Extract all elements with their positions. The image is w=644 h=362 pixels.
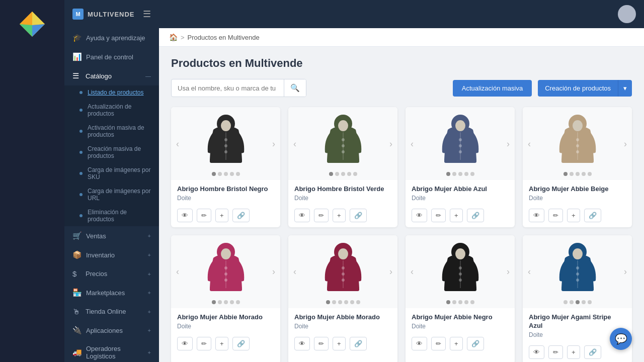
actualizacion-masiva-button[interactable]: Actualización masiva xyxy=(453,80,532,97)
product-info: Abrigo Mujer Abbie Beige Doite xyxy=(523,180,632,209)
view-button[interactable]: 👁 xyxy=(177,209,193,222)
sidebar-item-tienda[interactable]: 🖱 Tienda Online + xyxy=(64,302,159,321)
link-button[interactable]: 🔗 xyxy=(584,345,601,359)
link-button[interactable]: 🔗 xyxy=(232,337,250,350)
sidebar-item-listado[interactable]: Listado de productos xyxy=(64,85,159,100)
product-actions: 👁 ✏ + 🔗 xyxy=(171,209,280,227)
product-card: ‹ › Abrigo Mujer Abbie Azul Doite 👁 ✏ xyxy=(406,107,515,227)
sidebar-item-carga-sku[interactable]: Carga de imágenes por SKU xyxy=(64,163,159,184)
sidebar-item-marketplaces[interactable]: 🏪 Marketplaces + xyxy=(64,283,159,302)
carousel-prev-button[interactable]: ‹ xyxy=(525,264,534,279)
sidebar-item-aplicaciones[interactable]: 🔌 Aplicaciones + xyxy=(64,321,159,340)
sidebar-item-inventario[interactable]: 📦 Inventario + xyxy=(64,245,159,264)
carousel-dot xyxy=(464,300,468,304)
view-button[interactable]: 👁 xyxy=(412,209,427,222)
product-card: ‹ › Abrigo Mujer Abbie Negro Doite 👁 ✏ xyxy=(406,235,515,362)
carousel-prev-button[interactable]: ‹ xyxy=(173,264,182,279)
carousel-next-button[interactable]: › xyxy=(269,264,278,279)
product-actions: 👁 ✏ + 🔗 xyxy=(288,209,397,227)
carousel-next-button[interactable]: › xyxy=(621,264,630,279)
product-carousel: ‹ › xyxy=(288,235,397,308)
link-button[interactable]: 🔗 xyxy=(350,337,367,350)
edit-button[interactable]: ✏ xyxy=(314,337,329,350)
carousel-prev-button[interactable]: ‹ xyxy=(173,136,182,151)
carousel-prev-button[interactable]: ‹ xyxy=(408,264,417,279)
link-button[interactable]: 🔗 xyxy=(584,209,601,222)
edit-button[interactable]: ✏ xyxy=(197,337,211,350)
chat-button[interactable]: 💬 xyxy=(610,328,632,350)
product-image xyxy=(438,241,483,302)
carousel-next-button[interactable]: › xyxy=(504,136,513,151)
view-button[interactable]: 👁 xyxy=(412,337,427,350)
view-button[interactable]: 👁 xyxy=(529,345,544,359)
sidebar-item-actualizacion[interactable]: Actualización de productos xyxy=(64,100,159,121)
edit-button[interactable]: ✏ xyxy=(314,209,329,222)
add-button[interactable]: + xyxy=(333,337,346,350)
link-button[interactable]: 🔗 xyxy=(467,209,484,222)
product-actions: 👁 ✏ + 🔗 xyxy=(288,337,397,355)
inventario-icon: 📦 xyxy=(72,250,82,259)
edit-button[interactable]: ✏ xyxy=(431,209,446,222)
product-name: Abrigo Hombre Bristol Verde xyxy=(294,185,391,194)
carousel-prev-button[interactable]: ‹ xyxy=(290,136,299,151)
add-button[interactable]: + xyxy=(567,345,580,359)
carousel-prev-button[interactable]: ‹ xyxy=(525,136,534,151)
add-button[interactable]: + xyxy=(215,209,228,222)
carousel-next-button[interactable]: › xyxy=(386,264,395,279)
carousel-next-button[interactable]: › xyxy=(504,264,513,279)
view-button[interactable]: 👁 xyxy=(177,337,193,350)
submenu-label: Eliminación de productos xyxy=(88,209,151,223)
view-button[interactable]: 👁 xyxy=(294,337,310,350)
carousel-dot xyxy=(446,300,450,304)
product-info: Abrigo Mujer Abbie Azul Doite xyxy=(406,180,515,209)
add-button[interactable]: + xyxy=(333,209,346,222)
page-content: Productos en Multivende 🔍 Actualización … xyxy=(159,47,644,362)
sidebar-item-carga-url[interactable]: Carga de imágenes por URL xyxy=(64,184,159,205)
view-button[interactable]: 👁 xyxy=(294,209,310,222)
edit-button[interactable]: ✏ xyxy=(548,209,563,222)
add-button[interactable]: + xyxy=(450,337,463,350)
carousel-next-button[interactable]: › xyxy=(386,136,395,151)
avatar[interactable] xyxy=(618,5,636,23)
creacion-productos-button[interactable]: Creación de productos xyxy=(538,80,618,97)
plus-icon: + xyxy=(148,271,151,277)
product-carousel: ‹ › xyxy=(171,235,280,308)
sidebar-item-activacion[interactable]: Activación masiva de productos xyxy=(64,121,159,142)
creacion-productos-caret-button[interactable]: ▾ xyxy=(618,80,632,97)
link-button[interactable]: 🔗 xyxy=(350,209,367,222)
hamburger-icon[interactable]: ☰ xyxy=(143,9,151,20)
sidebar-item-catalogo[interactable]: ☰ Catálogo — xyxy=(64,66,159,85)
sidebar-item-ventas[interactable]: 🛒 Ventas + xyxy=(64,226,159,245)
edit-button[interactable]: ✏ xyxy=(431,337,446,350)
sidebar-item-precios[interactable]: $ Precios + xyxy=(64,264,159,283)
sidebar-item-creacion-masiva[interactable]: Creación masiva de productos xyxy=(64,142,159,163)
search-button[interactable]: 🔍 xyxy=(284,79,306,97)
home-icon[interactable]: 🏠 xyxy=(169,33,178,41)
breadcrumb-current: Productos en Multivende xyxy=(188,34,260,41)
add-button[interactable]: + xyxy=(215,337,228,350)
view-button[interactable]: 👁 xyxy=(529,209,544,222)
sidebar-item-ayuda[interactable]: 🎓 Ayuda y aprendizaje xyxy=(64,28,159,47)
add-button[interactable]: + xyxy=(450,209,463,222)
carousel-prev-button[interactable]: ‹ xyxy=(408,136,417,151)
edit-button[interactable]: ✏ xyxy=(197,209,211,222)
dot-icon xyxy=(79,214,83,217)
edit-button[interactable]: ✏ xyxy=(548,345,563,359)
app-logo-icon xyxy=(17,9,47,39)
svg-point-27 xyxy=(573,120,583,131)
add-button[interactable]: + xyxy=(567,209,580,222)
carousel-next-button[interactable]: › xyxy=(621,136,630,151)
logisticos-icon: 🚚 xyxy=(72,348,82,357)
sidebar-item-eliminacion[interactable]: Eliminación de productos xyxy=(64,205,159,226)
carousel-dot xyxy=(212,300,216,304)
search-bar: 🔍 Actualización masiva Creación de produ… xyxy=(171,79,632,97)
link-button[interactable]: 🔗 xyxy=(232,209,250,222)
link-button[interactable]: 🔗 xyxy=(467,337,484,350)
carousel-next-button[interactable]: › xyxy=(269,136,278,151)
sidebar-item-logisticos[interactable]: 🚚 Operadores Logísticos + xyxy=(64,340,159,362)
plus-icon: + xyxy=(148,349,151,355)
carousel-prev-button[interactable]: ‹ xyxy=(290,264,299,279)
carousel-dot xyxy=(452,172,456,176)
sidebar-item-panel[interactable]: 📊 Panel de control xyxy=(64,47,159,66)
search-input[interactable] xyxy=(172,80,284,96)
